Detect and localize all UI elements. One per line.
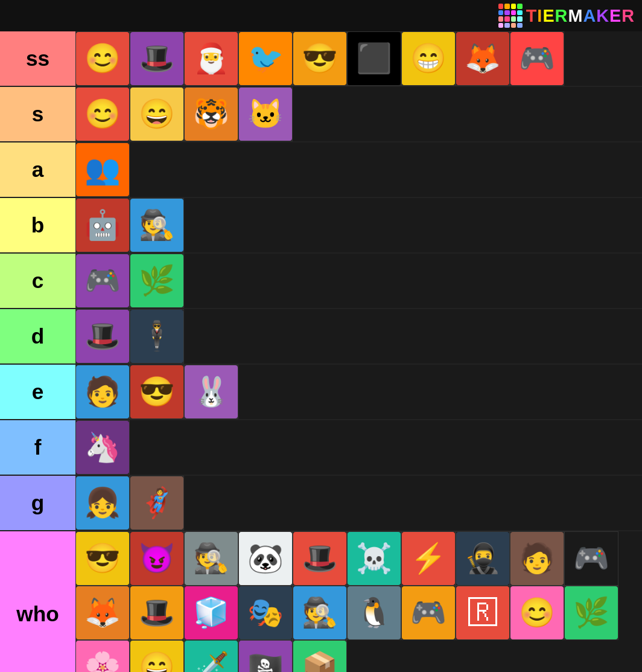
avatar-emoji-w15: 🕵️: [302, 598, 338, 627]
avatar-w19[interactable]: 😊: [510, 586, 564, 640]
tier-content-a: 👥: [75, 142, 642, 197]
avatar-b1[interactable]: 🤖: [75, 198, 130, 252]
grid-cell: [517, 10, 523, 16]
avatar-char-ss1: 😊: [76, 32, 129, 85]
avatar-w21[interactable]: 🌸: [75, 640, 130, 672]
avatar-char-s4: 🐱: [239, 88, 292, 141]
header: TiERMAKER: [0, 0, 642, 31]
tier-row-e: e🧑😎🐰: [0, 365, 642, 420]
tier-row-ss: ss😊🎩🎅🐦😎⬛😁🦊🎮: [0, 31, 642, 87]
avatar-inner-w11: 🦊: [76, 586, 129, 639]
tier-label-ss: ss: [0, 31, 75, 86]
tier-label-a: a: [0, 142, 75, 197]
avatar-char-s2: 😄: [130, 88, 183, 141]
avatar-inner-w7: ⚡: [402, 532, 455, 585]
avatar-w7[interactable]: ⚡: [401, 531, 456, 586]
avatar-w16[interactable]: 🐧: [347, 586, 401, 640]
avatar-emoji-ss9: 🎮: [519, 44, 555, 73]
avatar-emoji-w13: 🧊: [193, 598, 229, 627]
avatar-w22[interactable]: 😄: [130, 640, 184, 672]
avatar-ss5[interactable]: 😎: [293, 31, 347, 86]
avatar-w25[interactable]: 📦: [293, 640, 347, 672]
avatar-inner-s1: 😊: [76, 88, 129, 141]
avatar-emoji-w23: 🗡️: [193, 653, 229, 672]
avatar-char-w5: 🎩: [293, 532, 346, 585]
avatar-w18[interactable]: 🅁: [456, 586, 510, 640]
avatar-emoji-w7: ⚡: [410, 544, 447, 573]
avatar-f1[interactable]: 🦄: [75, 420, 130, 475]
tier-row-g: g👧🦸: [0, 476, 642, 531]
avatar-emoji-ss1: 😊: [84, 44, 121, 73]
avatar-d1[interactable]: 🎩: [75, 309, 130, 363]
avatar-e2[interactable]: 😎: [130, 365, 184, 419]
avatar-char-w11: 🦊: [76, 586, 129, 639]
avatar-ss9[interactable]: 🎮: [510, 31, 564, 86]
avatar-w2[interactable]: 😈: [130, 531, 184, 586]
avatar-ss3[interactable]: 🎅: [184, 31, 238, 86]
avatar-char-ss4: 🐦: [239, 32, 292, 85]
tier-content-ss: 😊🎩🎅🐦😎⬛😁🦊🎮: [75, 31, 642, 86]
avatar-b2[interactable]: 🕵️: [130, 198, 184, 252]
avatar-emoji-w24: 🏴‍☠️: [247, 653, 284, 672]
avatar-ss1[interactable]: 😊: [75, 31, 130, 86]
avatar-ss4[interactable]: 🐦: [238, 31, 293, 86]
avatar-w13[interactable]: 🧊: [184, 586, 238, 640]
avatar-c1[interactable]: 🎮: [75, 254, 130, 308]
avatar-emoji-w4: 🐼: [247, 544, 284, 573]
avatar-e1[interactable]: 🧑: [75, 365, 130, 419]
avatar-w23[interactable]: 🗡️: [184, 640, 238, 672]
avatar-w14[interactable]: 🎭: [238, 586, 293, 640]
avatar-g1[interactable]: 👧: [75, 476, 130, 530]
avatar-char-w4: 🐼: [239, 532, 292, 585]
avatar-w11[interactable]: 🦊: [75, 586, 130, 640]
avatar-emoji-s4: 🐱: [247, 100, 284, 129]
avatar-inner-ss1: 😊: [76, 32, 129, 85]
avatar-emoji-w11: 🦊: [84, 598, 121, 627]
avatar-char-w3: 🕵️: [185, 532, 238, 585]
avatar-e3[interactable]: 🐰: [184, 365, 238, 419]
avatar-s3[interactable]: 🐯: [184, 87, 238, 141]
tier-row-f: f🦄: [0, 420, 642, 476]
avatar-char-w7: ⚡: [402, 532, 455, 585]
avatar-w3[interactable]: 🕵️: [184, 531, 238, 586]
avatar-w4[interactable]: 🐼: [238, 531, 293, 586]
avatar-char-ss6: ⬛: [348, 32, 401, 85]
avatar-inner-f1: 🦄: [76, 421, 129, 474]
avatar-ss7[interactable]: 😁: [401, 31, 456, 86]
avatar-w17[interactable]: 🎮: [401, 586, 456, 640]
avatar-inner-ss4: 🐦: [239, 32, 292, 85]
avatar-inner-w8: 🥷: [456, 532, 509, 585]
avatar-d2[interactable]: 🕴️: [130, 309, 184, 363]
avatar-w6[interactable]: ☠️: [347, 531, 401, 586]
avatar-w1[interactable]: 😎: [75, 531, 130, 586]
avatar-char-w18: 🅁: [456, 586, 509, 639]
avatar-ss6[interactable]: ⬛: [347, 31, 401, 86]
avatar-ss8[interactable]: 🦊: [456, 31, 510, 86]
avatar-inner-ss3: 🎅: [185, 32, 238, 85]
avatar-c2[interactable]: 🌿: [130, 254, 184, 308]
avatar-s2[interactable]: 😄: [130, 87, 184, 141]
avatar-w9[interactable]: 🧑: [510, 531, 564, 586]
avatar-char-g1: 👧: [76, 476, 129, 530]
avatar-inner-w13: 🧊: [185, 586, 238, 639]
avatar-emoji-w16: 🐧: [356, 598, 392, 627]
avatar-inner-w17: 🎮: [402, 586, 455, 639]
avatar-w15[interactable]: 🕵️: [293, 586, 347, 640]
avatar-inner-w5: 🎩: [293, 532, 346, 585]
avatar-s4[interactable]: 🐱: [238, 87, 293, 141]
tier-content-e: 🧑😎🐰: [75, 365, 642, 419]
tier-row-b: b🤖🕵️: [0, 198, 642, 254]
avatar-inner-w14: 🎭: [239, 586, 292, 639]
avatar-g2[interactable]: 🦸: [130, 476, 184, 530]
avatar-w5[interactable]: 🎩: [293, 531, 347, 586]
avatar-w12[interactable]: 🎩: [130, 586, 184, 640]
avatar-emoji-ss2: 🎩: [139, 44, 175, 73]
avatar-ss2[interactable]: 🎩: [130, 31, 184, 86]
avatar-w8[interactable]: 🥷: [456, 531, 510, 586]
avatar-w24[interactable]: 🏴‍☠️: [238, 640, 293, 672]
avatar-a1[interactable]: 👥: [75, 142, 130, 197]
avatar-w20[interactable]: 🌿: [564, 586, 618, 640]
avatar-w10[interactable]: 🎮: [564, 531, 618, 586]
avatar-s1[interactable]: 😊: [75, 87, 130, 141]
avatar-emoji-w22: 😄: [139, 653, 175, 672]
